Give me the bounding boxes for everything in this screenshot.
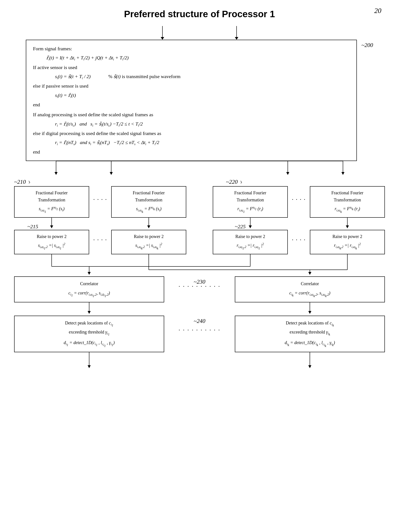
box200-line10: else if digital processing is used defin…: [33, 129, 350, 137]
corr-to-detect-arrows: [14, 302, 385, 316]
power-box-220-1: Raise to power 2 ri,ai1,2 =| ri,ai1 |2: [213, 230, 288, 254]
fft-box-210-1: Fractional FourierTransformation si,ai1 …: [14, 186, 89, 218]
power-corr-svg: [14, 254, 385, 276]
box-200-wrapper: Form signal frames: r̄i(t) = I(t + Δti +…: [13, 40, 386, 161]
power-220-1-title: Raise to power 2: [217, 233, 284, 240]
detect-right-line1: Detect peak locations of cik: [240, 319, 380, 328]
group-220-label: ~220: [226, 179, 238, 185]
power-220-k-title: Raise to power 2: [314, 233, 381, 240]
detect-box-left: Detect peak locations of ci1 exceeding t…: [14, 316, 164, 352]
top-arrows: [13, 26, 386, 40]
group-210-label: ~210: [14, 179, 26, 185]
box-200-label: ~200: [361, 42, 373, 49]
connectors-200-to-groups: [14, 161, 385, 179]
detect-left-line1: Detect peak locations of ci1: [19, 319, 159, 328]
fft-box-210-k: Fractional FourierTransformation si,aik …: [111, 186, 186, 218]
corr-box-left: Correlator ci1 = corr(ri,ai1,2, si,āi1,2…: [14, 276, 164, 302]
power-210-1-title: Raise to power 2: [18, 233, 85, 240]
svg-marker-36: [308, 365, 311, 368]
fft-row: Fractional FourierTransformation si,ai1 …: [14, 186, 385, 218]
svg-marker-16: [346, 225, 349, 228]
corr-detect-svg: [14, 302, 385, 316]
box-200: Form signal frames: r̄i(t) = I(t + Δti +…: [26, 40, 357, 161]
svg-marker-14: [249, 225, 252, 228]
page-number: 20: [374, 7, 381, 15]
power-to-corr-arrows: [14, 254, 385, 276]
arrow-into-200-right: [235, 26, 238, 40]
fft-220-1-title: Fractional FourierTransformation: [217, 189, 284, 203]
arrow-into-200-left: [161, 26, 164, 40]
corr-row-wrapper: ~230 Correlator ci1 = corr(ri,ai1,2, si,…: [14, 276, 385, 302]
page-title: Preferred structure of Processor 1: [13, 9, 386, 19]
power-220-1-formula: ri,ai1,2 =| ri,ai1 |2: [217, 242, 284, 251]
corr-right-formula: cik = corr(ri,aik,2, si,aik,2): [240, 289, 380, 299]
fft-to-power-arrows: [14, 218, 385, 230]
corr-left-title: Correlator: [19, 280, 159, 287]
fft-220-k-formula: ri,aik = Faik (ri): [314, 205, 381, 215]
corr-box-right: Correlator cik = corr(ri,aik,2, si,aik,2…: [235, 276, 385, 302]
fft-power-svg: [14, 218, 385, 230]
svg-marker-20: [88, 272, 91, 275]
box200-line2: r̄i(t) = I(t + Δti + Ti/2) + jQ(t + Δti …: [46, 54, 350, 62]
bottom-arrows: [14, 352, 385, 370]
svg-marker-3: [110, 172, 113, 175]
group-labels-row: ~210 ~220: [14, 179, 385, 185]
fft-box-220-k: Fractional FourierTransformation ri,aik …: [310, 186, 385, 218]
bottom-arrows-svg: [14, 352, 385, 370]
svg-marker-1: [55, 172, 58, 175]
svg-marker-7: [341, 172, 344, 175]
box200-line7: end: [33, 101, 350, 109]
fft-box-220-1: Fractional FourierTransformation ri,ai1 …: [213, 186, 288, 218]
svg-marker-26: [308, 272, 311, 275]
fft-210-1-formula: si,ai1 = Fai1 (si): [18, 205, 85, 215]
power-220-k-formula: ri,aik,2 =| ri,aik |2: [314, 242, 381, 251]
power-row: ~215 Raise to power 2 si,ai1,2 =| si,ai1…: [14, 230, 385, 254]
fft-220-k-title: Fractional FourierTransformation: [314, 189, 381, 203]
fft-220-1-formula: ri,ai1 = Fai1 (ri): [217, 205, 284, 215]
box200-line3: If active sensor is used: [33, 63, 350, 71]
power-210-k-formula: si,aik,2 =| si,aik |2: [115, 242, 182, 251]
detect-dots: · · · · · · · · · ·: [172, 327, 227, 334]
svg-marker-5: [286, 172, 289, 175]
fft-dots-210: · · · ·: [92, 196, 109, 203]
detect-right-formula: dik = detect_1D(cik , lcik , γik): [240, 339, 380, 348]
detect-left-line2: exceeding threshold γi1: [19, 328, 159, 337]
power-box-220-k: Raise to power 2 ri,aik,2 =| ri,aik |2: [310, 230, 385, 254]
box200-line5: else if passive sensor is used: [33, 82, 350, 90]
svg-marker-30: [88, 311, 91, 314]
box200-line4: si(t) = s̄(t + Ti / 2) % s̄(t) is transm…: [55, 72, 350, 81]
svg-marker-12: [147, 225, 150, 228]
box200-line12: end: [33, 148, 350, 156]
connector-svg-200: [14, 161, 385, 179]
corr-right-title: Correlator: [240, 280, 380, 287]
power-210-1-formula: si,ai1,2 =| si,ai1 |2: [18, 242, 85, 251]
svg-marker-10: [50, 225, 53, 228]
fft-210-1-title: Fractional FourierTransformation: [18, 189, 85, 203]
box200-line9: ri = r̄i(t/sc) and si = s̄i(t/sc) −Ti/2 …: [55, 120, 350, 128]
fft-210-k-formula: si,aik = Faik (si): [115, 205, 182, 215]
svg-marker-34: [88, 365, 91, 368]
power-box-210-1: Raise to power 2 si,ai1,2 =| si,ai1 |2: [14, 230, 89, 254]
detect-right-line2: exceeding threshold γik: [240, 328, 380, 337]
box200-line1: Form signal frames:: [33, 44, 350, 53]
box200-line8: If analog processing is used define the …: [33, 110, 350, 119]
corr-left-formula: ci1 = corr(ri,ai1,2, si,āi1,2): [19, 289, 159, 299]
power-210-k-title: Raise to power 2: [115, 233, 182, 240]
label-240: ~240: [193, 318, 205, 324]
fft-dots-220: · · · ·: [290, 196, 308, 203]
detect-left-formula: di1 = detect_1D(ci1 , lci1 , γi1): [19, 339, 159, 348]
detect-box-right: Detect peak locations of cik exceeding t…: [235, 316, 385, 352]
box200-line11: ri = r̄i(nTs) and si = s̄i(nTs) −Ti/2 ≤ …: [55, 138, 350, 147]
svg-marker-32: [308, 311, 311, 314]
fft-210-k-title: Fractional FourierTransformation: [115, 189, 182, 203]
detect-row-wrapper: ~240 Detect peak locations of ci1 exceed…: [14, 316, 385, 352]
label-230: ~230: [193, 279, 205, 285]
box200-line6: si(t) = r̄i(t): [55, 91, 350, 100]
power-box-210-k: Raise to power 2 si,aik,2 =| si,aik |2: [111, 230, 186, 254]
